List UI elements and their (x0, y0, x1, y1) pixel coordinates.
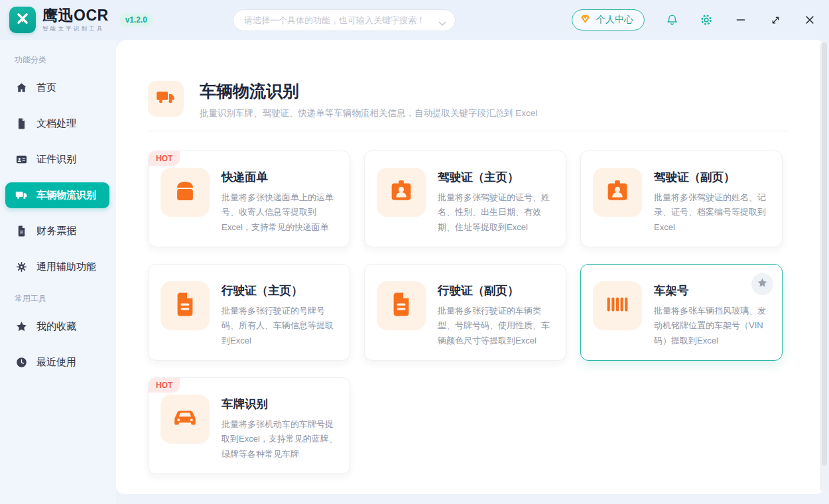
card-icon-box (160, 281, 210, 330)
document-lines-icon (387, 290, 415, 321)
receipt-icon (15, 225, 28, 237)
sidebar-item-label: 通用辅助功能 (36, 261, 96, 273)
sidebar-item-label: 最近使用 (36, 356, 76, 369)
category-icon-box (148, 81, 184, 117)
id-badge-icon (604, 177, 631, 208)
page-title: 车辆物流识别 (200, 81, 537, 101)
card-body: 快递面单 批量将多张快递面单上的运单号、收寄人信息等提取到Excel，支持常见的… (222, 168, 339, 247)
card-body: 车牌识别 批量将多张机动车的车牌号提取到Excel，支持常见的蓝牌、绿牌等各种常… (222, 395, 339, 473)
feature-card-drivers-license-secondary[interactable]: 驾驶证（副页） 批量将多张驾驶证的姓名、记录、证号、档案编号等提取到Excel (580, 151, 783, 247)
sidebar-section-label: 常用工具 (15, 293, 116, 304)
card-description: 批量将多张驾驶证的证号、姓名、性别、出生日期、有效期、住址等提取到Excel (438, 190, 555, 235)
feature-card-vehicle-license-main[interactable]: 行驶证（主页） 批量将多张行驶证的号牌号码、所有人、车辆信息等提取到Excel (148, 264, 350, 361)
star-icon (757, 277, 768, 291)
settings-gear-icon[interactable] (699, 13, 714, 27)
feature-card-vehicle-license-secondary[interactable]: 行驶证（副页） 批量将多张行驶证的车辆类型、号牌号码、使用性质、车辆颜色尺寸等提… (364, 264, 566, 361)
topbar-right: 个人中心 (572, 9, 817, 31)
truck-icon (156, 88, 176, 110)
card-icon-box (593, 168, 642, 217)
gear-icon (15, 261, 28, 273)
card-description: 批量将多张快递面单上的运单号、收寄人信息等提取到Excel，支持常见的快递面单 (222, 190, 339, 235)
topbar: 鹰迅OCR 智能文字识别工具 v1.2.0 个人中心 (0, 0, 829, 40)
card-icon-box (377, 168, 426, 217)
card-icon-box (593, 281, 642, 330)
feature-card-drivers-license-main[interactable]: 驾驶证（主页） 批量将多张驾驶证的证号、姓名、性别、出生日期、有效期、住址等提取… (364, 151, 566, 247)
card-icon-box (377, 281, 426, 330)
sidebar-section-label: 功能分类 (15, 54, 116, 66)
document-lines-icon (171, 290, 199, 321)
card-icon-box (160, 168, 210, 217)
vip-diamond-icon (579, 13, 592, 27)
sidebar-item-general-tools[interactable]: 通用辅助功能 (5, 254, 109, 280)
vertical-scrollbar[interactable] (820, 42, 828, 492)
user-center-button[interactable]: 个人中心 (572, 9, 645, 31)
package-icon (171, 177, 199, 208)
card-body: 驾驶证（副页） 批量将多张驾驶证的姓名、记录、证号、档案编号等提取到Excel (654, 168, 771, 247)
sidebar-item-financial-receipts[interactable]: 财务票据 (5, 218, 109, 244)
card-description: 批量将多张行驶证的号牌号码、所有人、车辆信息等提取到Excel (222, 304, 339, 348)
card-body: 驾驶证（主页） 批量将多张驾驶证的证号、姓名、性别、出生日期、有效期、住址等提取… (438, 168, 555, 247)
sidebar-item-label: 财务票据 (36, 225, 76, 237)
card-body: 行驶证（主页） 批量将多张行驶证的号牌号码、所有人、车辆信息等提取到Excel (222, 281, 339, 360)
home-icon (15, 82, 28, 94)
card-body: 车架号 批量将多张车辆挡风玻璃、发动机铭牌位置的车架号（VIN码）提取到Exce… (654, 281, 771, 360)
sidebar-item-label: 证件识别 (36, 153, 76, 166)
app-name: 鹰迅OCR (42, 8, 109, 23)
sidebar-item-favorites[interactable]: 我的收藏 (5, 314, 109, 340)
search-input[interactable] (233, 9, 456, 31)
sidebar-item-label: 车辆物流识别 (36, 189, 96, 202)
sidebar-item-label: 首页 (36, 82, 56, 94)
main-panel: 车辆物流识别 批量识别车牌、驾驶证、快递单等车辆物流相关信息，自动提取关键字段汇… (116, 40, 824, 494)
page-header: 车辆物流识别 批量识别车牌、驾驶证、快递单等车辆物流相关信息，自动提取关键字段汇… (148, 81, 788, 119)
page-header-text: 车辆物流识别 批量识别车牌、驾驶证、快递单等车辆物流相关信息，自动提取关键字段汇… (200, 81, 537, 119)
sidebar-item-vehicle-logistics[interactable]: 车辆物流识别 (5, 182, 109, 208)
version-badge: v1.2.0 (119, 13, 153, 27)
document-icon (15, 117, 28, 130)
id-badge-icon (387, 177, 415, 208)
app-tagline: 智能文字识别工具 (42, 26, 109, 32)
sidebar: 功能分类 首页 文档处理 (0, 40, 116, 504)
close-button[interactable] (802, 13, 817, 27)
content-area: 车辆物流识别 批量识别车牌、驾驶证、快递单等车辆物流相关信息，自动提取关键字段汇… (116, 40, 829, 504)
card-description: 批量将多张车辆挡风玻璃、发动机铭牌位置的车架号（VIN码）提取到Excel (654, 304, 771, 348)
hot-badge: HOT (149, 151, 180, 166)
car-icon (171, 404, 199, 434)
vin-bars-icon (604, 290, 631, 321)
logo-x-bird-icon (14, 10, 31, 30)
sidebar-item-label: 我的收藏 (36, 320, 76, 333)
card-title: 车牌识别 (222, 396, 339, 412)
logo-text: 鹰迅OCR 智能文字识别工具 (42, 8, 109, 32)
card-title: 驾驶证（副页） (654, 169, 771, 185)
card-description: 批量将多张驾驶证的姓名、记录、证号、档案编号等提取到Excel (654, 190, 771, 235)
sidebar-item-recently-used[interactable]: 最近使用 (5, 349, 109, 375)
card-title: 行驶证（主页） (222, 283, 339, 298)
card-description: 批量将多张机动车的车牌号提取到Excel，支持常见的蓝牌、绿牌等各种常见车牌 (222, 417, 339, 462)
card-title: 快递面单 (222, 169, 339, 185)
chevron-down-icon[interactable] (438, 17, 446, 29)
feature-card-license-plate[interactable]: HOT 车牌识 (148, 377, 350, 474)
feature-card-express-waybill[interactable]: HOT 快递面单 批量将多张快递面单上的运单号、收寄人信息等提 (148, 151, 350, 247)
hot-badge: HOT (149, 378, 180, 393)
sidebar-item-label: 文档处理 (36, 117, 76, 130)
sidebar-item-documents[interactable]: 文档处理 (5, 111, 109, 137)
sidebar-item-home[interactable]: 首页 (5, 75, 109, 101)
truck-icon (15, 189, 28, 202)
sidebar-item-id-recognition[interactable]: 证件识别 (5, 147, 109, 172)
clock-icon (15, 356, 28, 369)
card-title: 驾驶证（主页） (438, 169, 555, 185)
app-logo (9, 7, 36, 33)
divider (148, 131, 788, 131)
page-subtitle: 批量识别车牌、驾驶证、快递单等车辆物流相关信息，自动提取关键字段汇总到 Exce… (200, 107, 537, 119)
notification-bell-icon[interactable] (665, 13, 679, 27)
feature-card-vin-number[interactable]: 车架号 批量将多张车辆挡风玻璃、发动机铭牌位置的车架号（VIN码）提取到Exce… (580, 264, 783, 361)
card-title: 行驶证（副页） (438, 283, 555, 298)
resize-window-button[interactable] (768, 13, 783, 27)
card-icon-box (160, 395, 210, 444)
function-search (233, 9, 456, 31)
scrollbar-thumb[interactable] (822, 42, 827, 466)
favorite-star-button[interactable] (751, 273, 773, 295)
star-icon (15, 320, 28, 333)
user-center-label: 个人中心 (596, 14, 633, 26)
card-body: 行驶证（副页） 批量将多张行驶证的车辆类型、号牌号码、使用性质、车辆颜色尺寸等提… (438, 281, 555, 360)
minimize-button[interactable] (733, 13, 748, 27)
